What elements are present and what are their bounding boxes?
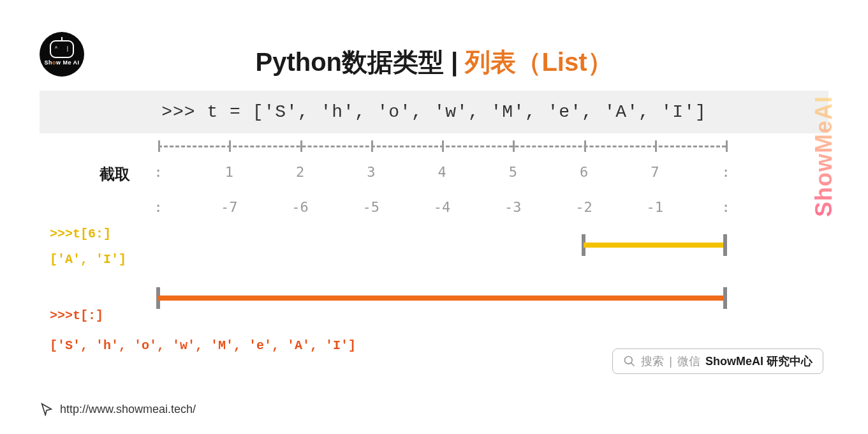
index-cell: -1 (647, 199, 664, 215)
index-cell: : (154, 164, 162, 180)
index-cell: : (721, 164, 730, 180)
index-cell: -6 (291, 199, 309, 215)
range-line (158, 296, 725, 301)
index-cell: 2 (296, 164, 304, 180)
search-sep: | (669, 355, 672, 368)
ruler-tick (442, 140, 444, 152)
footer-url: http://www.showmeai.tech/ (60, 403, 196, 416)
svg-point-0 (625, 357, 633, 364)
ruler-tick (300, 140, 302, 152)
index-cell: 4 (438, 164, 446, 180)
index-cell: : (721, 199, 730, 215)
index-cell: -3 (504, 199, 522, 215)
search-brand: ShowMeAI 研究中心 (705, 354, 813, 369)
title-left: Python数据类型 | (255, 48, 465, 76)
page-title: Python数据类型 | 列表（List） (0, 45, 868, 80)
footer-link: http://www.showmeai.tech/ (40, 402, 196, 416)
ruler-tick (726, 140, 728, 152)
range-bar-orange (158, 296, 725, 301)
code-definition: >>> t = ['S', 'h', 'o', 'w', 'M', 'e', '… (40, 91, 828, 133)
index-cell: -7 (221, 199, 238, 215)
range-bar-yellow (584, 243, 725, 248)
slice-expr-yellow: >>>t[6:] (50, 227, 111, 241)
ruler-tick (584, 140, 586, 152)
search-icon (623, 355, 636, 368)
index-cell: -2 (575, 199, 592, 215)
slice-expr-orange: >>>t[:] (50, 308, 103, 323)
watermark-text: ShowMeAI (811, 96, 837, 217)
ruler-tick (655, 140, 657, 152)
slice-result-orange: ['S', 'h', 'o', 'w', 'M', 'e', 'A', 'I'] (50, 338, 356, 353)
ruler-tick (158, 140, 160, 152)
ruler-tick (229, 140, 231, 152)
index-ruler (158, 139, 726, 160)
search-callout: 搜索 | 微信 ShowMeAI 研究中心 (612, 348, 823, 374)
cursor-icon (40, 402, 54, 416)
svg-line-1 (631, 363, 635, 366)
range-line (584, 243, 725, 248)
search-label-b: 微信 (677, 354, 700, 369)
ruler-dashed-line (158, 146, 726, 160)
title-right: 列表（List） (465, 48, 612, 76)
index-cell: 3 (367, 164, 375, 180)
range-cap-icon (723, 234, 727, 256)
range-cap-icon (723, 287, 727, 309)
index-cell: 1 (225, 164, 233, 180)
slice-result-yellow: ['A', 'I'] (50, 252, 126, 267)
ruler-tick (513, 140, 515, 152)
index-cell: -4 (434, 199, 451, 215)
index-cell: 6 (580, 164, 588, 180)
index-cell: 7 (651, 164, 659, 180)
index-cell: : (154, 199, 162, 215)
search-label-a: 搜索 (641, 354, 664, 369)
index-cell: 5 (509, 164, 517, 180)
section-label-slice: 截取 (99, 164, 130, 184)
ruler-tick (371, 140, 373, 152)
index-cell: -5 (363, 199, 380, 215)
